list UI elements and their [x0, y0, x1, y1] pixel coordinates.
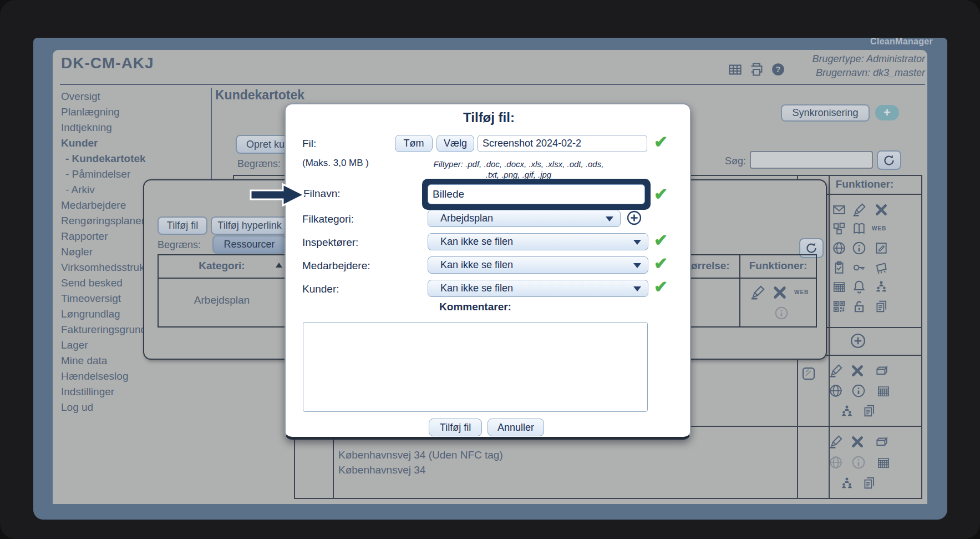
filecategory-dropdown[interactable]: Arbejdsplan — [428, 210, 621, 227]
checkmark-icon: ✔ — [654, 278, 668, 296]
highlighter-icon[interactable] — [829, 435, 843, 449]
search-refresh-button[interactable] — [877, 150, 901, 170]
customers-value: Kan ikke se filen — [440, 283, 513, 294]
highlighter-icon[interactable] — [829, 364, 843, 378]
people-icon[interactable] — [874, 279, 888, 294]
dialog-add-file-button[interactable]: Tilføj fil — [158, 216, 207, 235]
search-label: Søg: — [704, 155, 746, 167]
calendar-grid-icon[interactable] — [832, 279, 846, 294]
sync-button[interactable]: Synkronisering — [781, 104, 870, 122]
envelope-icon[interactable] — [832, 203, 846, 217]
checkmark-icon: ✔ — [654, 185, 668, 203]
info-icon[interactable] — [851, 384, 866, 398]
comments-textarea[interactable] — [303, 322, 648, 412]
people-icon[interactable] — [840, 476, 854, 490]
sidebar-item-medarbejdere[interactable]: Medarbejdere — [61, 199, 126, 211]
filetypes-note: Filtyper: .pdf, .doc, .docx, .xls, .xlsx… — [397, 159, 641, 180]
printer-icon[interactable] — [749, 62, 764, 77]
sidebar-item-noegler[interactable]: Nøgler — [61, 246, 93, 258]
sidebar-item-kundekartotek[interactable]: - Kundekartotek — [65, 153, 146, 165]
clear-file-button[interactable]: Tøm — [395, 135, 433, 152]
help-icon[interactable] — [771, 62, 785, 77]
map-icon[interactable] — [874, 260, 888, 275]
box-icon[interactable] — [875, 435, 889, 449]
cubes-icon[interactable] — [832, 221, 846, 236]
info-icon — [851, 455, 866, 470]
submit-add-file-button[interactable]: Tilføj fil — [429, 419, 482, 436]
section-title: Kundekartotek — [215, 88, 304, 103]
category-column-header[interactable]: Kategori: — [159, 260, 285, 272]
app-frame: CleanManager DK-CM-AKJ Brugertype: Admin… — [0, 0, 980, 539]
documents-icon[interactable] — [874, 299, 888, 314]
delete-x-icon[interactable] — [850, 435, 865, 449]
grid-icon[interactable] — [728, 62, 743, 77]
info-icon — [774, 306, 789, 320]
delete-x-icon[interactable] — [850, 364, 865, 378]
globe-icon[interactable] — [832, 241, 846, 255]
highlighter-icon[interactable] — [750, 285, 765, 300]
documents-icon[interactable] — [862, 476, 876, 490]
lock-icon[interactable] — [852, 299, 866, 314]
dialog-resources-button[interactable]: Ressourcer — [212, 235, 286, 254]
box-icon[interactable] — [875, 364, 889, 378]
file-name-display[interactable]: Screenshot 2024-02-2 — [478, 135, 647, 152]
edit-note-icon[interactable] — [874, 241, 888, 255]
web-link-label[interactable]: WEB — [794, 289, 809, 295]
people-icon[interactable] — [840, 404, 854, 418]
bell-icon[interactable] — [852, 279, 866, 294]
calendar-grid-icon[interactable] — [876, 455, 891, 470]
add-category-icon[interactable] — [626, 210, 642, 226]
clipboard-icon[interactable] — [832, 260, 846, 275]
sidebar-item-kunder[interactable]: Kunder — [61, 137, 98, 149]
qr-icon[interactable] — [832, 299, 846, 314]
inspectors-value: Kan ikke se filen — [440, 236, 513, 248]
sidebar-item-loengrundlag[interactable]: Løngrundlag — [61, 308, 120, 320]
info-icon[interactable] — [852, 241, 866, 255]
sidebar-item-paamindelser[interactable]: - Påmindelser — [65, 168, 130, 180]
add-button[interactable]: + — [875, 105, 899, 120]
delete-x-icon[interactable] — [772, 285, 788, 300]
dialog-add-hyperlink-button[interactable]: Tilføj hyperlink — [211, 216, 288, 235]
table-border — [829, 175, 830, 499]
checkmark-icon: ✔ — [654, 133, 668, 151]
sidebar-item-indstillinger[interactable]: Indstillinger — [61, 386, 114, 398]
search-input[interactable] — [750, 151, 873, 169]
sidebar-item-oversigt[interactable]: Oversigt — [61, 90, 100, 103]
choose-file-button[interactable]: Vælg — [436, 135, 474, 152]
sidebar-item-haendelseslog[interactable]: Hændelseslog — [61, 370, 128, 382]
sidebar-item-rapporter[interactable]: Rapporter — [61, 230, 108, 243]
sidebar-item-arkiv[interactable]: - Arkiv — [65, 184, 95, 196]
brand-logo: CleanManager — [765, 37, 933, 47]
sidebar-item-timeoversigt[interactable]: Timeoversigt — [61, 293, 121, 305]
filename-input[interactable]: Billede — [428, 184, 645, 204]
dialog-limit-label: Begræns: — [158, 239, 201, 251]
globe-icon[interactable] — [829, 384, 843, 398]
cancel-button[interactable]: Annuller — [488, 419, 544, 436]
filecategory-value: Arbejdsplan — [440, 213, 493, 224]
chevron-down-icon — [633, 286, 641, 291]
image-square-icon[interactable] — [800, 365, 817, 382]
sidebar-item-planlaegning[interactable]: Planlægning — [61, 106, 120, 118]
address-line2: Københavnsvej 34 — [338, 462, 503, 477]
documents-icon[interactable] — [862, 404, 876, 418]
customers-label: Kunder: — [302, 283, 339, 295]
sidebar-item-mine-data[interactable]: Mine data — [61, 355, 107, 367]
functions-column-header: Funktioner: — [829, 178, 901, 190]
delete-x-icon[interactable] — [874, 203, 888, 217]
sidebar-item-indtjekning[interactable]: Indtjekning — [61, 122, 112, 134]
sort-asc-icon — [276, 263, 282, 268]
sidebar-item-rengoeringsplaner[interactable]: Rengøringsplaner — [61, 215, 145, 227]
sidebar-item-lager[interactable]: Lager — [61, 339, 88, 351]
customers-dropdown[interactable]: Kan ikke se filen — [428, 280, 648, 297]
sidebar-item-log-ud[interactable]: Log ud — [61, 401, 93, 414]
sidebar-item-virksomhedsstruktur[interactable]: Virksomhedsstruktur — [61, 261, 157, 274]
sidebar-item-send-besked[interactable]: Send besked — [61, 277, 123, 289]
book-icon[interactable] — [852, 221, 866, 236]
web-link-label[interactable]: WEB — [872, 225, 886, 231]
key-icon[interactable] — [852, 260, 866, 275]
inspectors-dropdown[interactable]: Kan ikke se filen — [428, 233, 648, 250]
highlighter-icon[interactable] — [852, 203, 866, 217]
calendar-grid-icon[interactable] — [876, 384, 891, 398]
plus-circle-icon[interactable] — [850, 333, 866, 349]
employees-dropdown[interactable]: Kan ikke se filen — [428, 256, 648, 274]
